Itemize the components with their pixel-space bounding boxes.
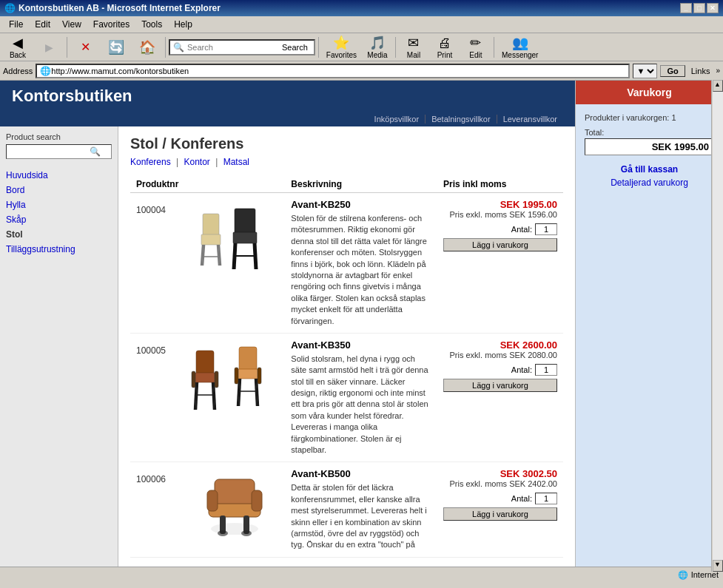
checkout-button[interactable]: Gå till kassan [585,164,714,175]
product-price-1: SEK 1995.00 Pris exkl. moms SEK 1596.00 … [437,193,563,334]
status-zone: Internet [691,570,719,579]
svg-rect-0 [203,214,219,236]
stop-button[interactable]: ✕ [70,38,100,55]
toolbar-sep2 [165,37,166,58]
menu-file[interactable]: File [3,18,29,31]
product-img-1 [184,193,285,334]
toolbar-search-input[interactable] [187,43,276,52]
messenger-icon: 👥 [512,35,528,51]
sidebar-item-stol[interactable]: Stol [6,227,112,242]
price-main-1: SEK 1995.00 [443,199,557,210]
scroll-down-button[interactable]: ▼ [713,560,723,572]
back-button[interactable]: ◀ Back [3,33,33,61]
chair-svg-1 [190,199,279,288]
svg-rect-23 [239,347,257,371]
address-bar-wrap[interactable]: 🌐 [36,64,630,78]
product-search-label: Product search [6,132,112,141]
price-main-2: SEK 2600.00 [443,339,557,351]
svg-point-39 [218,530,228,536]
mail-icon: ✉ [408,35,419,51]
nav-leveransvillkor[interactable]: Leveransvillkor [497,115,563,124]
col-image [184,176,285,193]
toolbar-search-box[interactable]: 🔍 Search [169,39,315,55]
menu-tools[interactable]: Tools [135,18,168,31]
refresh-icon: 🔄 [108,39,124,55]
antal-label-3: Antal: [511,494,532,503]
price-main-3: SEK 3002.50 [443,468,557,479]
address-input[interactable] [51,67,625,75]
go-button[interactable]: Go [660,65,685,77]
edit-button[interactable]: ✏ Edit [461,33,491,61]
table-header-row: Produktnr Beskrivning Pris inkl moms [130,176,563,193]
product-desc-3: Avant-KB500 Detta är stolen för det läck… [285,462,437,557]
price-excl-label-2: Pris exkl. moms SEK 2080.00 [443,351,557,359]
product-search-input[interactable] [8,147,90,156]
scrollbar[interactable]: ▲ ▼ [711,80,723,572]
stop-icon: ✕ [81,40,90,54]
sidebar-item-bord[interactable]: Bord [6,183,112,197]
window-controls: _ □ ✕ [680,3,719,13]
breadcrumb-konferens[interactable]: Konferens [130,157,171,167]
price-excl-label-1: Pris exkl. moms SEK 1596.00 [443,210,557,219]
menu-view[interactable]: View [56,18,87,31]
favorites-button[interactable]: ⭐ Favorites [322,33,361,61]
print-button[interactable]: 🖨 Print [430,34,460,61]
product-search-box[interactable]: 🔍 [6,144,112,159]
forward-button[interactable]: ▶ [34,40,64,55]
close-button[interactable]: ✕ [707,3,719,13]
toolbar-sep5 [494,37,494,58]
sidebar: Product search 🔍 Huvudsida Bord Hylla Sk… [0,126,118,567]
product-name-3: Avant-KB500 [291,468,431,479]
cart-total-label: Total: [585,128,714,137]
antal-input-2[interactable] [535,364,557,376]
browser-icon: 🌐 [40,66,51,76]
page-title: Stol / Konferens [130,135,563,152]
print-icon: 🖨 [438,36,451,51]
mail-button[interactable]: ✉ Mail [399,33,428,61]
cart-detail-link[interactable]: Detaljerad varukorg [585,178,714,188]
site-header: Kontorsbutiken [0,81,575,112]
add-to-cart-2[interactable]: Lägg i varukorg [443,379,557,392]
sidebar-item-hylla[interactable]: Hylla [6,197,112,212]
menu-favorites[interactable]: Favorites [87,18,135,31]
antal-label-1: Antal: [511,225,532,234]
maximize-button[interactable]: □ [693,3,705,13]
search-glass-icon: 🔍 [173,42,184,53]
breadcrumb-kontor[interactable]: Kontor [184,157,210,167]
menu-edit[interactable]: Edit [29,18,56,31]
scroll-up-button[interactable]: ▲ [713,80,723,92]
address-dropdown[interactable]: ▼ [633,64,657,78]
cart-sidebar: Varukorg Produkter i varukorgen: 1 Total… [575,81,723,567]
home-button[interactable]: 🏠 [132,38,162,57]
breadcrumb-matsal[interactable]: Matsal [223,157,249,167]
toolbar-search-label: Search [279,43,311,52]
add-to-cart-1[interactable]: Lägg i varukorg [443,238,557,251]
antal-input-1[interactable] [535,223,557,235]
media-button[interactable]: 🎵 Media [363,33,392,61]
nav-inkopsvillkor[interactable]: Inköpsvillkor [369,115,426,124]
minimize-button[interactable]: _ [680,3,692,13]
nav-betalningsvillkor[interactable]: Betalningsvillkor [426,115,497,124]
product-search-icon[interactable]: 🔍 [90,146,101,157]
sidebar-item-tillagg[interactable]: Tilläggsutrustning [6,242,112,257]
antal-input-3[interactable] [535,493,557,504]
product-text-1: Stolen för de stilrena konferens- och mö… [291,213,431,327]
chair-svg-3 [190,468,279,542]
antal-row-2: Antal: [443,364,557,376]
refresh-button[interactable]: 🔄 [101,38,131,57]
product-table: Produktnr Beskrivning Pris inkl moms 100… [130,176,563,558]
breadcrumb: Konferens | Kontor | Matsal [130,157,563,167]
add-to-cart-3[interactable]: Lägg i varukorg [443,507,557,521]
nav-bar: Inköpsvillkor Betalningsvillkor Leverans… [0,112,575,126]
messenger-button[interactable]: 👥 Messenger [497,33,542,61]
product-text-3: Detta är stolen för det läckra konferens… [291,482,431,550]
forward-icon: ▶ [45,41,53,53]
sidebar-item-skap[interactable]: Skåp [6,212,112,227]
sidebar-item-huvudsida[interactable]: Huvudsida [6,168,112,183]
svg-rect-22 [215,371,218,388]
product-desc-2: Avant-KB350 Solid stolsram, hel dyna i r… [285,333,437,462]
favorites-icon: ⭐ [333,35,349,51]
links-button[interactable]: Links [688,66,713,76]
menu-help[interactable]: Help [168,18,198,31]
antal-row-1: Antal: [443,223,557,235]
